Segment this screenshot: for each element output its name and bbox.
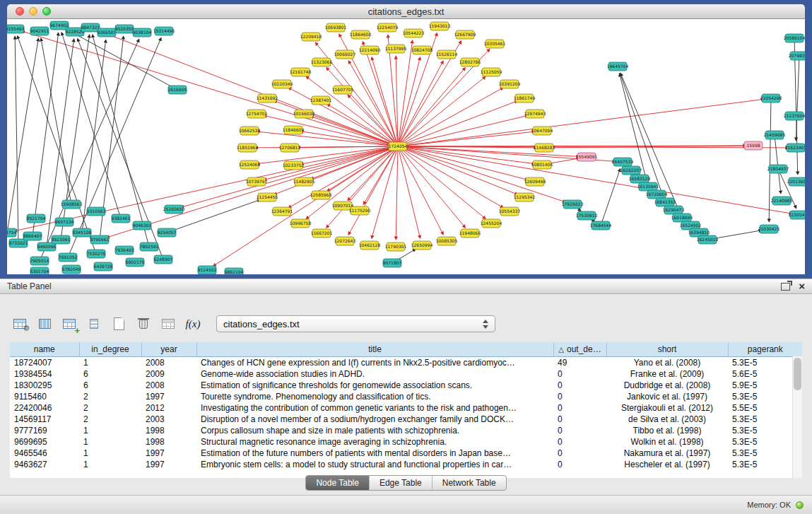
close-panel-icon[interactable]: × bbox=[799, 281, 805, 291]
graph-node[interactable]: 7905014 bbox=[30, 257, 49, 265]
graph-node[interactable]: 8521704 bbox=[27, 214, 46, 223]
graph-node[interactable]: 12667909 bbox=[454, 30, 476, 39]
table-row[interactable]: 977716911998Corpus callosum shape and si… bbox=[10, 425, 802, 436]
graph-node[interactable]: 15908563 bbox=[61, 200, 83, 209]
graph-node[interactable]: 9571807 bbox=[383, 259, 402, 267]
graph-node[interactable]: 11846609 bbox=[283, 126, 305, 134]
graph-node[interactable]: 16841352 bbox=[654, 198, 676, 206]
graph-node[interactable]: 9254057 bbox=[158, 228, 177, 237]
graph-node[interactable]: 11323066 bbox=[311, 58, 333, 66]
graph-node[interactable]: 11607705 bbox=[332, 86, 354, 94]
graph-node[interactable]: 11137995 bbox=[385, 45, 407, 53]
graph-node[interactable]: 11526114 bbox=[436, 50, 458, 59]
column-header-in_degree[interactable]: in_degree bbox=[79, 342, 141, 357]
merge-table-icon[interactable] bbox=[158, 315, 178, 333]
graph-node[interactable]: 10166038 bbox=[293, 110, 315, 118]
graph-node[interactable]: 16018695 bbox=[671, 214, 693, 222]
graph-node[interactable]: 8697234 bbox=[55, 218, 74, 226]
graph-node[interactable]: 10996758 bbox=[290, 219, 312, 228]
graph-node[interactable]: 21459085 bbox=[764, 131, 786, 139]
table-row[interactable]: 2242004622012Investigating the contribut… bbox=[10, 402, 802, 414]
graph-node[interactable]: 9124502 bbox=[198, 266, 217, 274]
graph-node[interactable]: 9042911 bbox=[30, 27, 49, 35]
table-row[interactable]: 911546021997Tourette syndrome. Phenomeno… bbox=[10, 391, 802, 402]
graph-node[interactable]: 10085305 bbox=[436, 237, 458, 245]
table-row[interactable]: 1938455462009Genome-wide association stu… bbox=[10, 368, 802, 380]
graph-node[interactable]: 11482905 bbox=[293, 177, 315, 186]
graph-node[interactable]: 11861749 bbox=[514, 94, 536, 103]
column-header-year[interactable]: year bbox=[141, 342, 196, 357]
graph-node[interactable]: 21623401 bbox=[785, 144, 805, 152]
float-panel-icon[interactable] bbox=[781, 283, 790, 291]
graph-node[interactable]: 11948066 bbox=[459, 229, 481, 238]
graph-node[interactable]: 11667201 bbox=[311, 229, 333, 238]
graph-node[interactable]: 11431692 bbox=[257, 94, 278, 103]
table-scrollbar-thumb[interactable] bbox=[794, 358, 801, 390]
graph-node[interactable]: 19645704 bbox=[607, 62, 629, 71]
graph-node[interactable]: 10801406 bbox=[531, 160, 553, 169]
table-mode-icon[interactable]: ⚙ bbox=[10, 315, 30, 333]
graph-node[interactable]: 12524066 bbox=[239, 160, 261, 169]
import-table-icon[interactable]: + bbox=[59, 315, 79, 333]
tab-node-table[interactable]: Node Table bbox=[306, 476, 369, 490]
graph-node[interactable]: 12072643 bbox=[334, 237, 356, 245]
function-builder-icon[interactable]: f(x) bbox=[183, 315, 203, 333]
graph-node[interactable]: 12754702 bbox=[246, 110, 268, 118]
graph-node[interactable]: 9520359 bbox=[115, 25, 134, 33]
graph-node[interactable]: 11468283 bbox=[534, 144, 555, 152]
graph-node[interactable]: 17684544 bbox=[590, 221, 612, 230]
graph-node[interactable]: 11175290 bbox=[349, 206, 371, 215]
graph-node[interactable]: 8613754 bbox=[7, 228, 17, 237]
graph-node[interactable]: 12209418 bbox=[300, 33, 322, 41]
graph-node[interactable]: 1724054 bbox=[389, 142, 408, 151]
graph-node[interactable]: 9310563 bbox=[87, 207, 106, 216]
graph-node[interactable]: 10305461 bbox=[484, 40, 506, 48]
graph-node[interactable]: 12802786 bbox=[459, 58, 481, 66]
graph-node[interactable]: 10220349 bbox=[271, 80, 293, 88]
graph-node[interactable]: 7802591 bbox=[140, 243, 159, 251]
graph-node[interactable]: 6248907 bbox=[154, 255, 173, 264]
graph-node[interactable]: 12364791 bbox=[271, 207, 293, 216]
graph-node[interactable]: 22305471 bbox=[789, 211, 805, 219]
new-table-icon[interactable] bbox=[109, 315, 129, 333]
graph-node[interactable]: 15549091 bbox=[576, 153, 598, 161]
graph-node[interactable]: 9382461 bbox=[112, 214, 131, 223]
graph-node[interactable]: 10824708 bbox=[411, 46, 433, 54]
graph-node[interactable]: 12387401 bbox=[310, 96, 332, 105]
graph-node[interactable]: 12974943 bbox=[524, 110, 546, 118]
graph-node[interactable]: 8866407 bbox=[23, 232, 42, 240]
graph-node[interactable]: 17925023 bbox=[562, 200, 584, 209]
column-header-name[interactable]: name bbox=[10, 342, 79, 357]
graph-node[interactable]: 11125059 bbox=[481, 68, 502, 76]
graph-node[interactable]: 6902175 bbox=[126, 258, 145, 267]
tab-network-table[interactable]: Network Table bbox=[432, 476, 506, 490]
delete-table-icon[interactable] bbox=[134, 315, 153, 333]
graph-node[interactable]: 6782049 bbox=[62, 265, 81, 274]
graph-node[interactable]: 8923061 bbox=[52, 235, 71, 244]
graph-node[interactable]: 20589104 bbox=[784, 34, 805, 42]
graph-node[interactable]: 10554337 bbox=[499, 207, 521, 216]
graph-node[interactable]: 7691052 bbox=[59, 253, 78, 262]
network-window-titlebar[interactable]: citations_edges.txt bbox=[7, 4, 805, 19]
graph-node[interactable]: 7530276 bbox=[87, 250, 106, 258]
graph-node[interactable]: 10066027 bbox=[334, 50, 356, 59]
graph-node[interactable]: 12254079 bbox=[377, 23, 399, 32]
graph-node[interactable]: 11790301 bbox=[385, 243, 407, 251]
graph-node[interactable]: 11851964 bbox=[237, 144, 259, 152]
graph-node[interactable]: 21054298 bbox=[760, 94, 782, 103]
graph-node[interactable]: 25260650 bbox=[163, 205, 185, 214]
graph-node[interactable]: 11943013 bbox=[429, 22, 451, 30]
graph-node[interactable]: 8345108 bbox=[73, 228, 92, 237]
graph-node[interactable]: 7936403 bbox=[115, 246, 134, 255]
graph-node[interactable]: 9038104 bbox=[133, 28, 152, 37]
graph-node[interactable]: 10391209 bbox=[499, 80, 521, 88]
graph-node[interactable]: 16583128 bbox=[629, 175, 651, 183]
graph-node[interactable]: 2616605 bbox=[168, 86, 187, 94]
graph-node[interactable]: 15998 bbox=[744, 141, 763, 150]
graph-node[interactable]: 11254456 bbox=[257, 193, 278, 201]
show-columns-icon[interactable] bbox=[35, 315, 54, 333]
table-row[interactable]: 1830029562008Estimation of significance … bbox=[10, 380, 802, 391]
graph-node[interactable]: 21237604 bbox=[784, 112, 805, 120]
graph-node[interactable]: 12161748 bbox=[290, 68, 312, 76]
graph-node[interactable]: 6301704 bbox=[30, 267, 49, 274]
